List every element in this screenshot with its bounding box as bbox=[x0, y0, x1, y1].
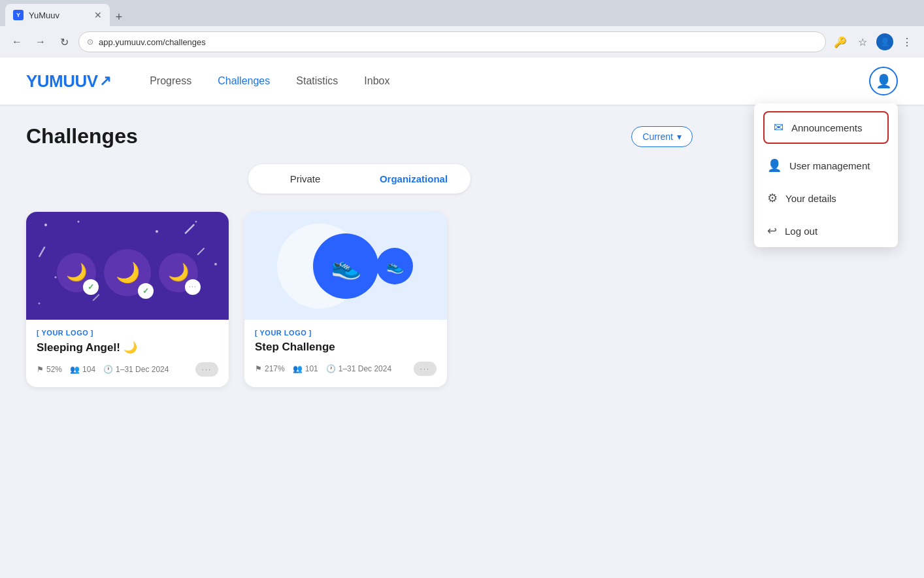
cards-grid: 🌙 ✓ 🌙 ✓ 🌙 ··· [ YOUR LO bbox=[26, 212, 693, 387]
user-menu-button[interactable]: 👤 bbox=[869, 67, 898, 95]
card-logo-sleeping: [ YOUR LOGO ] bbox=[37, 329, 218, 337]
address-bar[interactable]: ⊙ app.yumuuv.com/challenges bbox=[78, 31, 826, 52]
main-content: Challenges Current ▾ Private Organizatio… bbox=[0, 105, 719, 407]
steps-small-circle: 👟 bbox=[376, 248, 413, 284]
moon-circle-2: 🌙 ✓ bbox=[104, 249, 151, 296]
card-meta-sleeping: ⚑ 52% 👥 104 🕐 1–31 Dec 2024 ··· bbox=[37, 362, 218, 377]
svg-rect-10 bbox=[92, 294, 99, 301]
user-avatar: 👤 bbox=[876, 33, 893, 50]
main-nav: Progress Challenges Statistics Inbox bbox=[150, 73, 389, 90]
back-button[interactable]: ← bbox=[8, 33, 26, 51]
svg-point-6 bbox=[39, 303, 41, 305]
moon-emoji-3: 🌙 bbox=[168, 262, 189, 282]
card-title-sleeping: Sleeping Angel! 🌙 bbox=[37, 341, 218, 354]
header-right: 👤 ✉ Announcements 👤 User management ⚙ bbox=[869, 67, 898, 95]
address-text: app.yumuuv.com/challenges bbox=[99, 37, 206, 47]
nav-statistics[interactable]: Statistics bbox=[296, 73, 338, 90]
svg-point-1 bbox=[78, 221, 80, 223]
app-header: YUMUUV ↗ Progress Challenges Statistics … bbox=[0, 58, 924, 105]
steps-main-circle: 👟 bbox=[313, 233, 378, 299]
browser-tab[interactable]: Y YuMuuv ✕ bbox=[5, 4, 110, 26]
dropdown-your-details[interactable]: ⚙ Your details bbox=[754, 182, 898, 214]
footprint-small-icon: 👟 bbox=[386, 258, 404, 275]
logo-arrow-icon: ↗ bbox=[99, 73, 111, 90]
dots-badge: ··· bbox=[185, 279, 201, 295]
browser-nav-icons: 🔑 ☆ 👤 ⋮ bbox=[831, 33, 916, 51]
card-image-sleeping: 🌙 ✓ 🌙 ✓ 🌙 ··· bbox=[26, 212, 229, 320]
svg-point-0 bbox=[44, 224, 47, 226]
moon-circle-1: 🌙 ✓ bbox=[57, 253, 96, 292]
tab-title: YuMuuv bbox=[29, 10, 59, 20]
card-more-button-steps[interactable]: ··· bbox=[414, 362, 437, 376]
user-dropdown-menu: ✉ Announcements 👤 User management ⚙ Your… bbox=[754, 103, 898, 247]
tab-organizational[interactable]: Organizational bbox=[359, 167, 468, 191]
filter-label: Current bbox=[642, 131, 673, 142]
tab-favicon: Y bbox=[13, 10, 24, 20]
refresh-button[interactable]: ↻ bbox=[55, 33, 73, 51]
svg-point-4 bbox=[55, 277, 57, 279]
browser-chrome: Y YuMuuv ✕ + ← → ↻ ⊙ app.yumuuv.com/chal… bbox=[0, 0, 924, 58]
clock-icon: 🕐 bbox=[103, 365, 113, 374]
meta-progress-steps: ⚑ 217% bbox=[255, 364, 285, 373]
nav-bar: ← → ↻ ⊙ app.yumuuv.com/challenges 🔑 ☆ 👤 … bbox=[0, 26, 924, 58]
profile-icon[interactable]: 👤 bbox=[876, 33, 894, 51]
date-value-sleeping: 1–31 Dec 2024 bbox=[116, 365, 169, 374]
challenge-card-steps: 👟 👟 [ YOUR LOGO ] Step Challenge ⚑ 217% bbox=[244, 212, 447, 387]
lock-icon: ⊙ bbox=[87, 37, 93, 46]
card-body-steps: [ YOUR LOGO ] Step Challenge ⚑ 217% 👥 10… bbox=[244, 320, 447, 386]
progress-value-sleeping: 52% bbox=[46, 365, 62, 374]
meta-date-steps: 🕐 1–31 Dec 2024 bbox=[326, 364, 391, 373]
footprint-main-icon: 👟 bbox=[331, 252, 361, 280]
card-meta-steps: ⚑ 217% 👥 101 🕐 1–31 Dec 2024 ··· bbox=[255, 362, 437, 376]
steps-illustration: 👟 👟 bbox=[244, 212, 447, 320]
menu-icon[interactable]: ⋮ bbox=[898, 33, 916, 51]
card-image-steps: 👟 👟 bbox=[244, 212, 447, 320]
new-tab-button[interactable]: + bbox=[110, 8, 128, 26]
flag-icon-steps: ⚑ bbox=[255, 364, 262, 373]
card-body-sleeping: [ YOUR LOGO ] Sleeping Angel! 🌙 ⚑ 52% 👥 … bbox=[26, 320, 229, 387]
dropdown-announcements[interactable]: ✉ Announcements bbox=[763, 111, 889, 144]
challenges-header: Challenges Current ▾ bbox=[26, 124, 693, 148]
meta-date-sleeping: 🕐 1–31 Dec 2024 bbox=[103, 365, 169, 374]
participants-icon: 👥 bbox=[70, 365, 80, 374]
svg-rect-7 bbox=[184, 224, 195, 234]
bookmark-icon[interactable]: ☆ bbox=[853, 33, 872, 51]
meta-participants-steps: 👥 101 bbox=[293, 364, 318, 373]
meta-progress-sleeping: ⚑ 52% bbox=[37, 365, 62, 374]
tab-private[interactable]: Private bbox=[251, 167, 359, 191]
meta-participants-sleeping: 👥 104 bbox=[70, 365, 95, 374]
tab-bar: Y YuMuuv ✕ + bbox=[0, 0, 924, 26]
card-logo-steps: [ YOUR LOGO ] bbox=[255, 329, 437, 337]
participants-icon-steps: 👥 bbox=[293, 364, 303, 373]
check-badge-1: ✓ bbox=[83, 279, 99, 295]
date-value-steps: 1–31 Dec 2024 bbox=[338, 364, 391, 373]
password-icon[interactable]: 🔑 bbox=[831, 33, 850, 51]
dropdown-log-out[interactable]: ↩ Log out bbox=[754, 214, 898, 247]
svg-rect-8 bbox=[197, 248, 205, 256]
nav-progress[interactable]: Progress bbox=[150, 73, 191, 90]
filter-dropdown[interactable]: Current ▾ bbox=[631, 126, 693, 147]
moon-circle-3: 🌙 ··· bbox=[159, 253, 198, 292]
progress-value-steps: 217% bbox=[265, 364, 285, 373]
moon-emoji-1: 🌙 bbox=[66, 262, 87, 282]
forward-button[interactable]: → bbox=[31, 33, 50, 51]
app-logo[interactable]: YUMUUV ↗ bbox=[26, 71, 110, 92]
user-management-label: User management bbox=[789, 160, 870, 171]
logout-icon: ↩ bbox=[767, 224, 777, 238]
dropdown-user-management[interactable]: 👤 User management bbox=[754, 149, 898, 182]
card-title-steps: Step Challenge bbox=[255, 341, 437, 354]
app-container: YUMUUV ↗ Progress Challenges Statistics … bbox=[0, 58, 924, 578]
flag-icon: ⚑ bbox=[37, 365, 44, 374]
card-more-button-sleeping[interactable]: ··· bbox=[195, 362, 218, 377]
svg-rect-9 bbox=[39, 246, 46, 258]
user-profile-icon: 👤 bbox=[876, 73, 892, 89]
nav-inbox[interactable]: Inbox bbox=[364, 73, 389, 90]
nav-challenges[interactable]: Challenges bbox=[218, 73, 270, 90]
svg-point-5 bbox=[214, 263, 217, 265]
announcements-label: Announcements bbox=[791, 122, 862, 133]
mail-icon: ✉ bbox=[774, 120, 784, 135]
challenge-card-sleeping: 🌙 ✓ 🌙 ✓ 🌙 ··· [ YOUR LO bbox=[26, 212, 229, 387]
your-details-label: Your details bbox=[785, 193, 836, 204]
svg-point-3 bbox=[195, 221, 197, 223]
tab-close-button[interactable]: ✕ bbox=[94, 10, 102, 20]
